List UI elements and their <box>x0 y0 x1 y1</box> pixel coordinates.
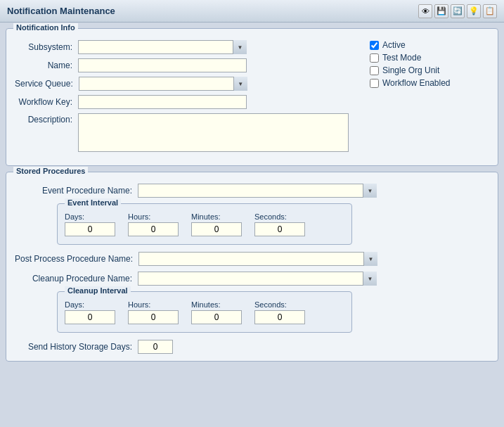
service-queue-label: Service Queue: <box>15 79 79 89</box>
single-org-checkbox[interactable] <box>370 66 379 75</box>
save-icon[interactable]: 💾 <box>434 4 448 18</box>
event-procedure-label: Event Procedure Name: <box>15 186 138 196</box>
event-seconds-item: Seconds: <box>254 212 318 236</box>
description-label: Description: <box>15 113 78 125</box>
event-hours-input[interactable] <box>128 222 179 236</box>
workflow-key-label: Workflow Key: <box>15 97 78 107</box>
main-window: Notification Maintenance 👁 💾 🔄 💡 📋 Notif… <box>0 0 504 427</box>
active-checkbox[interactable] <box>370 41 379 50</box>
cleanup-procedure-select-wrapper: ▼ <box>138 272 377 286</box>
event-seconds-input[interactable] <box>254 222 305 236</box>
cleanup-interval-box: Cleanup Interval Days: Hours: <box>57 291 352 333</box>
cleanup-procedure-label: Cleanup Procedure Name: <box>15 274 138 283</box>
cleanup-hours-item: Hours: <box>128 300 191 324</box>
content-area: Notification Info Subsystem: ▼ <box>0 23 504 427</box>
active-row: Active <box>370 40 489 50</box>
service-queue-select-wrapper: ▼ <box>79 77 247 91</box>
workflow-enabled-checkbox[interactable] <box>370 79 379 88</box>
post-process-select[interactable] <box>138 252 377 266</box>
event-days-item: Days: <box>65 212 128 236</box>
event-procedure-row: Event Procedure Name: ▼ <box>15 184 489 198</box>
stored-procedures-section: Stored Procedures Event Procedure Name: … <box>6 172 498 362</box>
notification-info-legend: Notification Info <box>13 23 78 32</box>
post-process-label: Post Process Procedure Name: <box>15 254 138 264</box>
cleanup-seconds-input[interactable] <box>254 310 305 324</box>
event-minutes-input[interactable] <box>191 222 242 236</box>
cleanup-seconds-label: Seconds: <box>254 300 287 309</box>
cleanup-interval-content: Days: Hours: Minutes: <box>58 292 351 332</box>
event-procedure-select[interactable] <box>138 184 377 198</box>
test-mode-row: Test Mode <box>370 53 489 63</box>
description-wrap <box>78 113 349 154</box>
event-interval-fields: Days: Hours: Minutes: <box>65 212 344 236</box>
name-row: Name: <box>15 58 349 72</box>
close-icon[interactable]: 📋 <box>483 4 497 18</box>
active-label: Active <box>382 40 406 50</box>
storage-days-input[interactable] <box>138 340 173 354</box>
notification-info-section: Notification Info Subsystem: ▼ <box>6 28 498 166</box>
cleanup-hours-input[interactable] <box>128 310 179 324</box>
event-days-label: Days: <box>65 212 84 221</box>
cleanup-minutes-label: Minutes: <box>191 300 221 309</box>
help-icon[interactable]: 💡 <box>467 4 481 18</box>
cleanup-interval-fields: Days: Hours: Minutes: <box>65 300 344 324</box>
cleanup-hours-label: Hours: <box>128 300 150 309</box>
workflow-key-row: Workflow Key: <box>15 95 349 109</box>
stored-procedures-legend: Stored Procedures <box>13 167 88 175</box>
post-process-select-wrapper: ▼ <box>138 252 377 266</box>
cleanup-days-item: Days: <box>65 300 128 324</box>
storage-days-row: Send History Storage Days: <box>15 340 489 354</box>
name-input[interactable] <box>78 58 247 72</box>
storage-days-label: Send History Storage Days: <box>15 342 138 352</box>
notification-info-content: Subsystem: ▼ Name: <box>6 29 498 165</box>
toolbar: 👁 💾 🔄 💡 📋 <box>418 4 497 18</box>
page-title: Notification Maintenance <box>7 6 115 16</box>
cleanup-minutes-item: Minutes: <box>191 300 254 324</box>
single-org-row: Single Org Unit <box>370 65 489 75</box>
cleanup-minutes-input[interactable] <box>191 310 242 324</box>
post-process-row: Post Process Procedure Name: ▼ <box>15 252 489 266</box>
notification-left-col: Subsystem: ▼ Name: <box>15 40 349 158</box>
test-mode-label: Test Mode <box>382 53 421 63</box>
cleanup-days-label: Days: <box>65 300 84 309</box>
subsystem-select-wrapper: ▼ <box>78 40 247 54</box>
title-bar: Notification Maintenance 👁 💾 🔄 💡 📋 <box>0 0 504 23</box>
workflow-key-input[interactable] <box>78 95 247 109</box>
service-queue-select[interactable] <box>79 77 247 91</box>
event-minutes-label: Minutes: <box>191 212 221 221</box>
notification-right-col: Active Test Mode Single Org Unit <box>349 40 489 158</box>
service-queue-row: Service Queue: ▼ <box>15 77 349 91</box>
cleanup-days-input[interactable] <box>65 310 115 324</box>
name-label: Name: <box>15 60 78 70</box>
test-mode-checkbox[interactable] <box>370 53 379 63</box>
subsystem-select[interactable] <box>78 40 247 54</box>
cleanup-procedure-select[interactable] <box>138 272 377 286</box>
event-days-input[interactable] <box>65 222 115 236</box>
event-minutes-item: Minutes: <box>191 212 254 236</box>
description-row: Description: <box>15 113 349 154</box>
checkboxes-panel: Active Test Mode Single Org Unit <box>370 40 489 88</box>
description-input[interactable] <box>78 113 349 152</box>
subsystem-row: Subsystem: ▼ <box>15 40 349 54</box>
cleanup-interval-legend: Cleanup Interval <box>65 286 131 295</box>
cleanup-procedure-row: Cleanup Procedure Name: ▼ <box>15 272 489 286</box>
event-interval-content: Days: Hours: Minutes: <box>58 204 351 244</box>
cleanup-seconds-item: Seconds: <box>254 300 318 324</box>
event-hours-item: Hours: <box>128 212 191 236</box>
event-interval-box: Event Interval Days: Hours: <box>57 203 352 245</box>
event-procedure-select-wrapper: ▼ <box>138 184 377 198</box>
stored-procedures-content: Event Procedure Name: ▼ Event Interval D… <box>6 172 498 361</box>
workflow-enabled-label: Workflow Enabled <box>382 78 451 88</box>
refresh-icon[interactable]: 🔄 <box>451 4 465 18</box>
subsystem-label: Subsystem: <box>15 42 78 52</box>
single-org-label: Single Org Unit <box>382 65 439 75</box>
event-seconds-label: Seconds: <box>254 212 287 221</box>
workflow-enabled-row: Workflow Enabled <box>370 78 489 88</box>
notification-info-layout: Subsystem: ▼ Name: <box>15 40 489 158</box>
event-hours-label: Hours: <box>128 212 150 221</box>
event-interval-legend: Event Interval <box>65 198 121 207</box>
preview-icon[interactable]: 👁 <box>418 4 432 18</box>
